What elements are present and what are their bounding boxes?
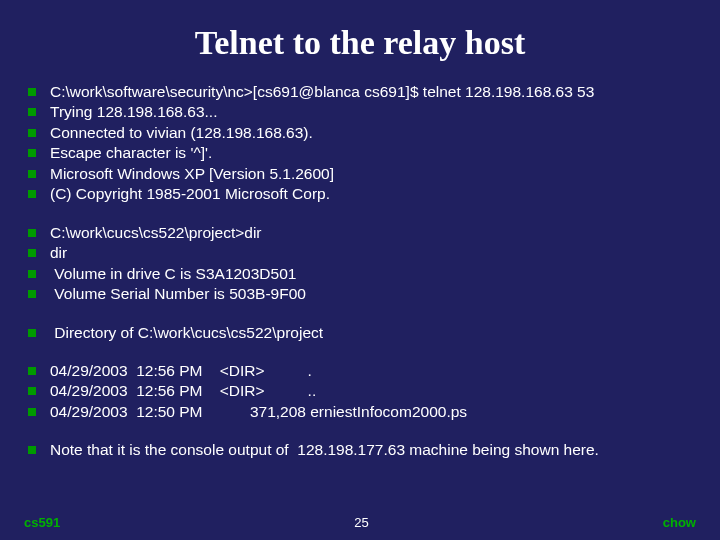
list-item: Volume Serial Number is 503B-9F00 [28, 284, 696, 304]
bullet-icon [28, 129, 36, 137]
bullet-block-1: C:\work\cucs\cs522\project>dir dir Volum… [28, 223, 696, 305]
bullet-text: Volume in drive C is S3A1203D501 [50, 264, 296, 284]
bullet-text: 04/29/2003 12:56 PM <DIR> .. [50, 381, 316, 401]
bullet-text: Escape character is '^]'. [50, 143, 212, 163]
bullet-text: Volume Serial Number is 503B-9F00 [50, 284, 306, 304]
list-item: Microsoft Windows XP [Version 5.1.2600] [28, 164, 696, 184]
bullet-icon [28, 190, 36, 198]
bullet-icon [28, 329, 36, 337]
slide-number: 25 [354, 515, 368, 530]
bullet-icon [28, 249, 36, 257]
bullet-text: Microsoft Windows XP [Version 5.1.2600] [50, 164, 334, 184]
bullet-icon [28, 149, 36, 157]
list-item: (C) Copyright 1985-2001 Microsoft Corp. [28, 184, 696, 204]
bullet-icon [28, 88, 36, 96]
list-item: C:\work\software\security\nc>[cs691@blan… [28, 82, 696, 102]
bullet-icon [28, 170, 36, 178]
bullet-text: dir [50, 243, 67, 263]
slide-title: Telnet to the relay host [24, 24, 696, 62]
bullet-text: C:\work\software\security\nc>[cs691@blan… [50, 82, 594, 102]
list-item: 04/29/2003 12:56 PM <DIR> . [28, 361, 696, 381]
footer-right: chow [663, 515, 696, 530]
bullet-icon [28, 367, 36, 375]
list-item: Escape character is '^]'. [28, 143, 696, 163]
bullet-text: Trying 128.198.168.63... [50, 102, 217, 122]
bullet-icon [28, 408, 36, 416]
bullet-text: Connected to vivian (128.198.168.63). [50, 123, 313, 143]
bullet-block-3: 04/29/2003 12:56 PM <DIR> . 04/29/2003 1… [28, 361, 696, 422]
bullet-text: Note that it is the console output of 12… [50, 440, 599, 460]
bullet-icon [28, 446, 36, 454]
bullet-icon [28, 387, 36, 395]
bullet-icon [28, 229, 36, 237]
list-item: Directory of C:\work\cucs\cs522\project [28, 323, 696, 343]
list-item: 04/29/2003 12:50 PM 371,208 erniestInfoc… [28, 402, 696, 422]
bullet-text: (C) Copyright 1985-2001 Microsoft Corp. [50, 184, 330, 204]
bullet-icon [28, 290, 36, 298]
list-item: Volume in drive C is S3A1203D501 [28, 264, 696, 284]
list-item: C:\work\cucs\cs522\project>dir [28, 223, 696, 243]
bullet-text: 04/29/2003 12:50 PM 371,208 erniestInfoc… [50, 402, 467, 422]
list-item: Connected to vivian (128.198.168.63). [28, 123, 696, 143]
bullet-text: Directory of C:\work\cucs\cs522\project [50, 323, 323, 343]
footer-left: cs591 [24, 515, 60, 530]
bullet-icon [28, 108, 36, 116]
slide-content: C:\work\software\security\nc>[cs691@blan… [28, 82, 696, 461]
list-item: Note that it is the console output of 12… [28, 440, 696, 460]
bullet-block-4: Note that it is the console output of 12… [28, 440, 696, 460]
bullet-text: C:\work\cucs\cs522\project>dir [50, 223, 261, 243]
list-item: dir [28, 243, 696, 263]
bullet-block-0: C:\work\software\security\nc>[cs691@blan… [28, 82, 696, 205]
list-item: 04/29/2003 12:56 PM <DIR> .. [28, 381, 696, 401]
list-item: Trying 128.198.168.63... [28, 102, 696, 122]
bullet-block-2: Directory of C:\work\cucs\cs522\project [28, 323, 696, 343]
bullet-icon [28, 270, 36, 278]
bullet-text: 04/29/2003 12:56 PM <DIR> . [50, 361, 312, 381]
slide: Telnet to the relay host C:\work\softwar… [0, 0, 720, 540]
footer: cs591 25 chow [0, 515, 720, 530]
